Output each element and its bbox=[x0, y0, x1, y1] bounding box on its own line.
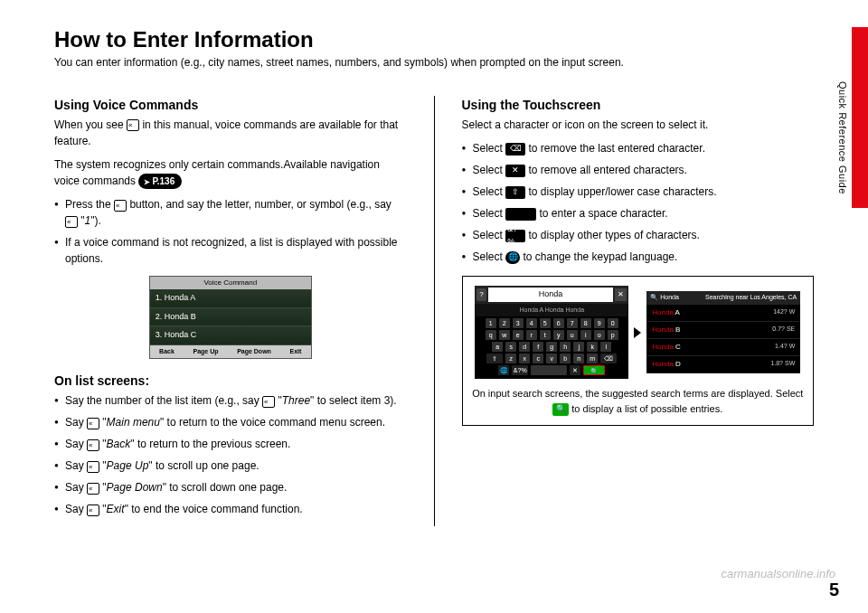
key: m bbox=[587, 354, 598, 363]
key: t bbox=[540, 330, 551, 340]
backspace-icon: ⌫ bbox=[505, 143, 525, 156]
touch-bullet-2: Select ✕ to remove all entered character… bbox=[462, 162, 815, 178]
vc-footer: Back Page Up Page Down Exit bbox=[150, 345, 311, 359]
key: j bbox=[573, 342, 584, 352]
key: 9 bbox=[594, 318, 605, 328]
key: a bbox=[492, 342, 503, 352]
key: g bbox=[546, 342, 557, 352]
voice-bullet-2: If a voice command is not recognized, a … bbox=[54, 234, 407, 267]
touchscreen-caption: On input search screens, the suggested s… bbox=[472, 386, 805, 416]
key: 6 bbox=[553, 318, 564, 328]
voice-bullet-1: Press the button, and say the letter, nu… bbox=[54, 196, 407, 229]
list-bullet-5: Say "Page Down" to scroll down one page. bbox=[54, 479, 407, 495]
key: p bbox=[608, 330, 618, 340]
key: x bbox=[519, 354, 530, 363]
key: c bbox=[533, 354, 543, 363]
clear-icon: ✕ bbox=[615, 288, 627, 301]
key: 3 bbox=[513, 318, 524, 328]
page-title: How to Enter Information bbox=[54, 27, 814, 52]
key: 5 bbox=[540, 318, 551, 328]
voice-icon bbox=[127, 119, 139, 131]
key: 2 bbox=[499, 318, 510, 328]
results-screenshot: 🔍 Honda Searching near Los Angeles, CA H… bbox=[646, 291, 800, 373]
key: y bbox=[553, 330, 564, 340]
key: 7 bbox=[567, 318, 578, 328]
key: i bbox=[580, 330, 591, 340]
symbols-icon: &?% bbox=[505, 230, 525, 242]
globe-icon: 🌐 bbox=[505, 251, 520, 264]
touch-bullet-1: Select ⌫ to remove the last entered char… bbox=[462, 140, 815, 156]
key: d bbox=[519, 342, 530, 352]
shift-icon: ⇧ bbox=[505, 186, 525, 199]
key: ⇧ bbox=[486, 354, 503, 363]
key bbox=[531, 365, 567, 375]
result-row: Honda D1.8? SW bbox=[646, 356, 800, 373]
touch-bullet-5: Select &?% to display other types of cha… bbox=[462, 227, 815, 243]
touch-paragraph: Select a character or icon on the screen… bbox=[462, 117, 815, 133]
column-divider bbox=[434, 96, 435, 526]
key: h bbox=[560, 342, 571, 352]
key: 8 bbox=[580, 318, 591, 328]
key: s bbox=[505, 342, 516, 352]
voice-icon bbox=[65, 216, 78, 228]
voice-command-screenshot: Voice Command 1. Honda A 2. Honda B 3. H… bbox=[149, 276, 312, 359]
heading-voice-commands: Using Voice Commands bbox=[54, 96, 407, 115]
touchscreen-example-box: ? Honda ✕ Honda A Honda Honda 1234567890… bbox=[462, 276, 815, 426]
key: z bbox=[505, 354, 516, 363]
list-bullet-2: Say "Main menu" to return to the voice c… bbox=[54, 414, 407, 430]
voice-icon bbox=[87, 439, 99, 451]
key: o bbox=[594, 330, 605, 340]
voice-paragraph-1: When you see in this manual, voice comma… bbox=[54, 117, 407, 149]
key: f bbox=[533, 342, 543, 352]
search-field: Honda bbox=[488, 288, 614, 302]
vc-row: 1. Honda A bbox=[150, 289, 311, 308]
key: ⌫ bbox=[600, 354, 617, 363]
page-number: 5 bbox=[829, 580, 839, 600]
result-row: Honda C1.4? W bbox=[646, 339, 800, 356]
vc-row: 3. Honda C bbox=[150, 326, 311, 345]
key: 🔍 bbox=[583, 365, 605, 375]
arrow-icon bbox=[634, 327, 641, 338]
voice-icon bbox=[114, 200, 127, 212]
side-label: Quick Reference Guide bbox=[837, 81, 848, 194]
vc-row: 2. Honda B bbox=[150, 308, 311, 327]
section-tab bbox=[852, 27, 868, 208]
voice-paragraph-2: The system recognizes only certain comma… bbox=[54, 156, 407, 189]
voice-icon bbox=[87, 483, 99, 495]
key: ✕ bbox=[570, 365, 580, 375]
left-column: Using Voice Commands When you see in thi… bbox=[54, 96, 407, 526]
key: k bbox=[587, 342, 598, 352]
vc-title: Voice Command bbox=[150, 277, 311, 289]
touch-bullet-4: Select to enter a space character. bbox=[462, 205, 815, 222]
clear-all-icon: ✕ bbox=[505, 165, 525, 177]
voice-icon bbox=[87, 505, 99, 516]
result-row: Honda B0.7? SE bbox=[646, 322, 800, 339]
key: 0 bbox=[608, 318, 618, 328]
list-bullet-4: Say "Page Up" to scroll up one page. bbox=[54, 457, 407, 474]
help-icon: ? bbox=[476, 288, 486, 301]
key: l bbox=[600, 342, 611, 352]
key: q bbox=[486, 330, 496, 340]
keyboard-screenshot: ? Honda ✕ Honda A Honda Honda 1234567890… bbox=[475, 286, 628, 379]
key: u bbox=[567, 330, 578, 340]
touch-bullet-6: Select 🌐 to change the keypad language. bbox=[462, 249, 815, 265]
key: 4 bbox=[526, 318, 537, 328]
heading-touchscreen: Using the Touchscreen bbox=[462, 96, 815, 115]
result-row: Honda A142? W bbox=[646, 305, 800, 322]
key: w bbox=[499, 330, 510, 340]
watermark: carmanualsonline.info bbox=[722, 567, 835, 580]
voice-icon bbox=[87, 418, 99, 429]
voice-icon bbox=[262, 396, 275, 408]
touch-bullet-3: Select ⇧ to display upper/lower case cha… bbox=[462, 184, 815, 200]
key: &?% bbox=[512, 365, 528, 375]
page-reference: P.136 bbox=[138, 174, 182, 189]
results-query: 🔍 Honda bbox=[650, 293, 679, 303]
right-column: Using the Touchscreen Select a character… bbox=[462, 96, 815, 526]
key: 1 bbox=[486, 318, 496, 328]
search-icon: 🔍 bbox=[552, 403, 569, 416]
page-subtitle: You can enter information (e.g., city na… bbox=[54, 56, 814, 69]
key: r bbox=[526, 330, 537, 340]
voice-icon bbox=[87, 461, 99, 473]
key: v bbox=[546, 354, 557, 363]
key: e bbox=[513, 330, 524, 340]
